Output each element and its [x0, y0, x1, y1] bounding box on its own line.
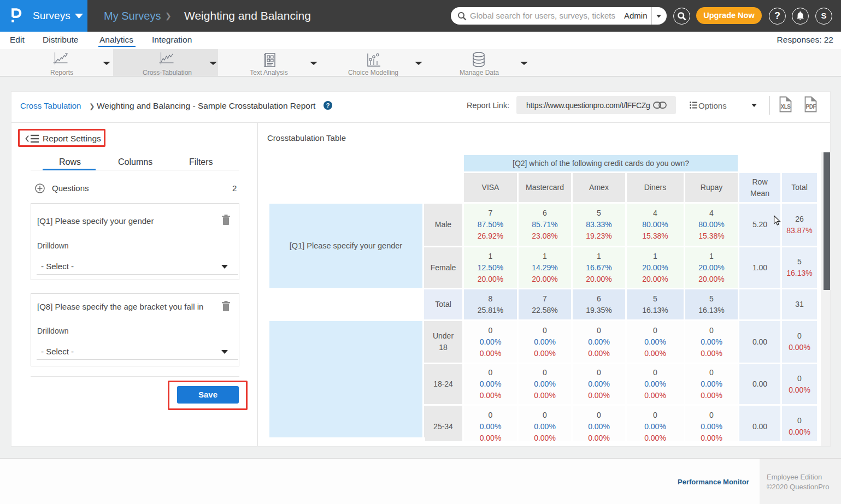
- svg-text:XLS: XLS: [781, 104, 791, 110]
- svg-text:PDF: PDF: [806, 104, 816, 110]
